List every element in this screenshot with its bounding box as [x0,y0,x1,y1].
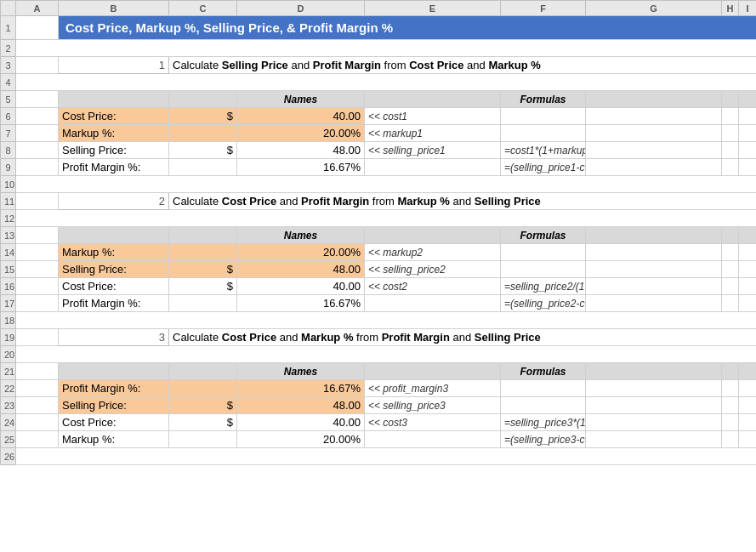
t2-r3-formula: =selling_price2/(1+markup2) [501,278,586,295]
t2-r2-label: Selling Price: [59,261,169,278]
t2-r1-label: Markup %: [59,244,169,261]
t2-r1-value: 20.00% [237,244,365,261]
t2-r2-formula [501,261,586,278]
t2-r2-j [739,261,757,278]
t3-r3-label: Cost Price: [59,414,169,431]
cell-row-10 [16,176,757,193]
t2-r4-j [739,295,757,312]
t2-r1-i [722,244,739,261]
t2-header-h [586,227,722,244]
row-num-25: 25 [1,431,16,448]
t2-r3-j [739,278,757,295]
t3-r4-name [365,431,501,448]
row-num-11: 11 [1,193,16,210]
cell-row-4 [16,74,757,91]
row-num-23: 23 [1,397,16,414]
cell-row-18 [16,312,757,329]
row-14: 14 Markup %: 20.00% << markup2 [1,244,757,261]
t2-r1-dollar [169,244,237,261]
t2-r2-i [722,261,739,278]
t1-r1-name: << cost1 [365,108,501,125]
t2-r1-formula [501,244,586,261]
t1-r3-i [722,142,739,159]
t2-header-g: Formulas [501,227,586,244]
t3-r4-h [586,431,722,448]
row-num-6: 6 [1,108,16,125]
cell-row-20 [16,346,757,363]
t1-r4-value: 16.67% [237,159,365,176]
t1-header-d [169,91,237,108]
t1-r3-label: Selling Price: [59,142,169,159]
row-num-16: 16 [1,278,16,295]
row-num-17: 17 [1,295,16,312]
t3-r3-j [739,414,757,431]
row-24: 24 Cost Price: $ 40.00 << cost3 =selling… [1,414,757,431]
t2-r4-value: 16.67% [237,295,365,312]
t2-r1-j [739,244,757,261]
t1-r1-i [722,108,739,125]
t1-r2-h [586,125,722,142]
row-4: 4 [1,74,757,91]
row-8: 8 Selling Price: $ 48.00 << selling_pric… [1,142,757,159]
cell-a22 [16,380,59,397]
t3-r2-formula [501,397,586,414]
t1-header-f [365,91,501,108]
cell-a1 [16,16,59,40]
t2-r3-label: Cost Price: [59,278,169,295]
cell-a13 [16,227,59,244]
row-num-10: 10 [1,176,16,193]
row-21: 21 Names Formulas [1,363,757,380]
t3-r1-label: Profit Margin %: [59,380,169,397]
t1-header-j [739,91,757,108]
t3-r4-value: 20.00% [237,431,365,448]
t3-header-h [586,363,722,380]
spreadsheet: A B C D E F G H I J 1 Cost Price, Markup… [0,0,756,465]
row-20: 20 [1,346,757,363]
t1-r4-h [586,159,722,176]
t3-header-j [739,363,757,380]
cell-a21 [16,363,59,380]
t2-r4-formula: =(selling_price2-cost2)/selling_price2 [501,295,586,312]
title-cell: Cost Price, Markup %, Selling Price, & P… [59,16,757,40]
t1-r1-j [739,108,757,125]
row-num-19: 19 [1,329,16,346]
t3-r3-h [586,414,722,431]
t2-r2-value: 48.00 [237,261,365,278]
row-5: 5 Names Formulas [1,91,757,108]
t1-r3-value: 48.00 [237,142,365,159]
col-a-header: A [16,1,59,16]
t1-header-i [722,91,739,108]
t2-header-e: Names [237,227,365,244]
t1-r2-value: 20.00% [237,125,365,142]
t1-header-c [59,91,169,108]
col-b-header: B [59,1,169,16]
section1-num: 1 [59,57,169,74]
t3-r3-value: 40.00 [237,414,365,431]
cell-a25 [16,431,59,448]
t1-r1-dollar: $ [169,108,237,125]
corner-header [1,1,16,16]
row-num-13: 13 [1,227,16,244]
t1-r2-name: << markup1 [365,125,501,142]
row-23: 23 Selling Price: $ 48.00 << selling_pri… [1,397,757,414]
t1-r1-formula [501,108,586,125]
t3-r3-formula: =selling_price3*(1-profit_margin3) [501,414,586,431]
t2-r4-i [722,295,739,312]
t2-r1-name: << markup2 [365,244,501,261]
col-i-header: I [739,1,757,16]
t2-header-f [365,227,501,244]
row-num-7: 7 [1,125,16,142]
row-10: 10 [1,176,757,193]
col-h-header: H [722,1,739,16]
row-num-3: 3 [1,57,16,74]
section3-num: 3 [59,329,169,346]
t2-r3-name: << cost2 [365,278,501,295]
section2-num: 2 [59,193,169,210]
t3-r1-dollar [169,380,237,397]
t3-r4-j [739,431,757,448]
t3-r2-name: << selling_price3 [365,397,501,414]
row-num-26: 26 [1,448,16,465]
cell-a9 [16,159,59,176]
t3-r2-dollar: $ [169,397,237,414]
col-e-header: E [365,1,501,16]
